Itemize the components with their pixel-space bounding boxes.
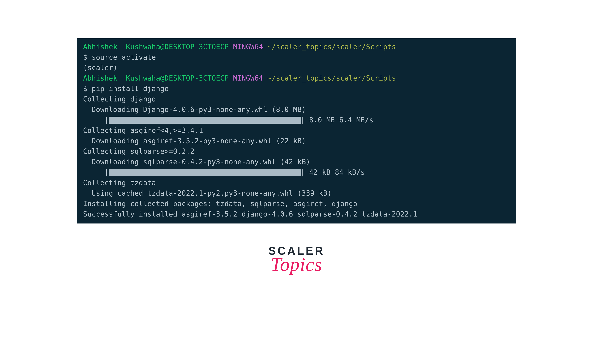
- output-line: Collecting sqlparse>=0.2.2: [83, 147, 195, 155]
- output-line: Downloading sqlparse-0.4.2-py3-none-any.…: [83, 158, 310, 166]
- terminal-window: Abhishek Kushwaha@DESKTOP-3CTOECP MINGW6…: [77, 38, 516, 223]
- prompt-path: ~/scaler_topics/scaler/Scripts: [267, 74, 396, 82]
- progress-suffix: | 42 kB 84 kB/s: [301, 168, 365, 176]
- brand-logo: SCALER Topics: [268, 244, 325, 276]
- output-line: Collecting asgiref<4,>=3.4.1: [83, 126, 203, 134]
- prompt-user: Abhishek Kushwaha@DESKTOP-3CTOECP: [83, 74, 229, 82]
- output-line: Using cached tzdata-2022.1-py2.py3-none-…: [83, 189, 332, 197]
- output-line: Successfully installed asgiref-3.5.2 dja…: [83, 210, 417, 218]
- terminal-output[interactable]: Abhishek Kushwaha@DESKTOP-3CTOECP MINGW6…: [77, 38, 516, 223]
- venv-indicator: (scaler): [83, 64, 117, 72]
- output-line: Downloading Django-4.0.6-py3-none-any.wh…: [83, 105, 306, 113]
- command-line: $ pip install django: [83, 84, 169, 93]
- command-line: $ source activate: [83, 53, 156, 61]
- output-line: Downloading asgiref-3.5.2-py3-none-any.w…: [83, 137, 306, 145]
- output-line: Collecting django: [83, 95, 156, 103]
- output-line: Collecting tzdata: [83, 179, 156, 187]
- output-line: Installing collected packages: tzdata, s…: [83, 200, 358, 208]
- brand-subtitle: Topics: [268, 254, 325, 276]
- progress-bar: [109, 117, 301, 124]
- progress-prefix: |: [83, 116, 109, 124]
- prompt-shell: MINGW64: [233, 74, 263, 82]
- progress-prefix: |: [83, 168, 109, 176]
- prompt-user: Abhishek Kushwaha@DESKTOP-3CTOECP: [83, 43, 229, 51]
- prompt-path: ~/scaler_topics/scaler/Scripts: [267, 43, 396, 51]
- progress-bar: [109, 169, 301, 176]
- prompt-shell: MINGW64: [233, 43, 263, 51]
- progress-suffix: | 8.0 MB 6.4 MB/s: [301, 116, 373, 124]
